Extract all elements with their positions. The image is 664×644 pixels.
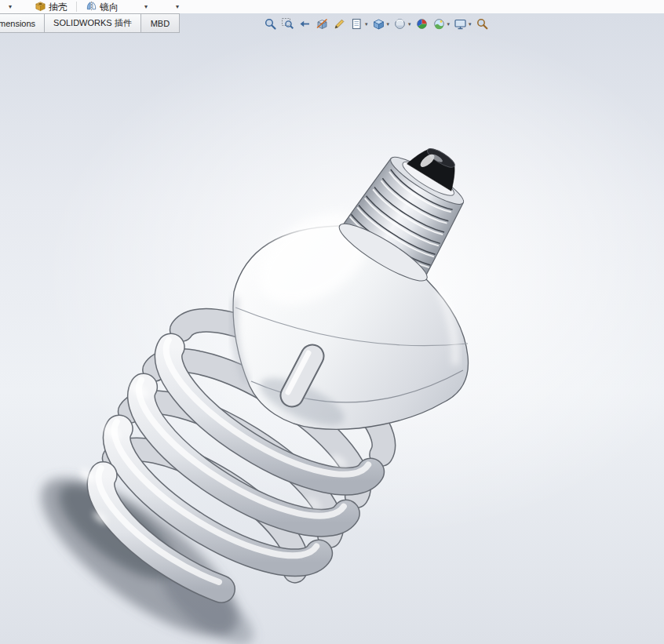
mirror-tool-button[interactable]: 镜向 <box>82 0 122 14</box>
toolbar-separator <box>76 2 77 12</box>
shell-tool-label: 抽壳 <box>49 1 67 13</box>
shell-icon <box>35 0 46 14</box>
command-toolbar: ▾ 抽壳 镜向 ▾ <box>0 0 664 13</box>
bulb-model[interactable] <box>0 13 664 644</box>
shell-tool-button[interactable]: 抽壳 <box>31 0 71 14</box>
toolbar-dropdown-caret[interactable]: ▾ <box>142 3 150 10</box>
toolbar-dropdown-caret[interactable]: ▾ <box>6 3 14 10</box>
graphics-area[interactable]: mensions SOLIDWORKS 插件 MBD <box>0 13 664 644</box>
mirror-tool-label: 镜向 <box>100 1 119 13</box>
mirror-icon <box>86 0 97 14</box>
solidworks-window: ▾ 抽壳 镜向 ▾ <box>0 0 664 644</box>
toolbar-dropdown-caret[interactable]: ▾ <box>173 3 181 10</box>
